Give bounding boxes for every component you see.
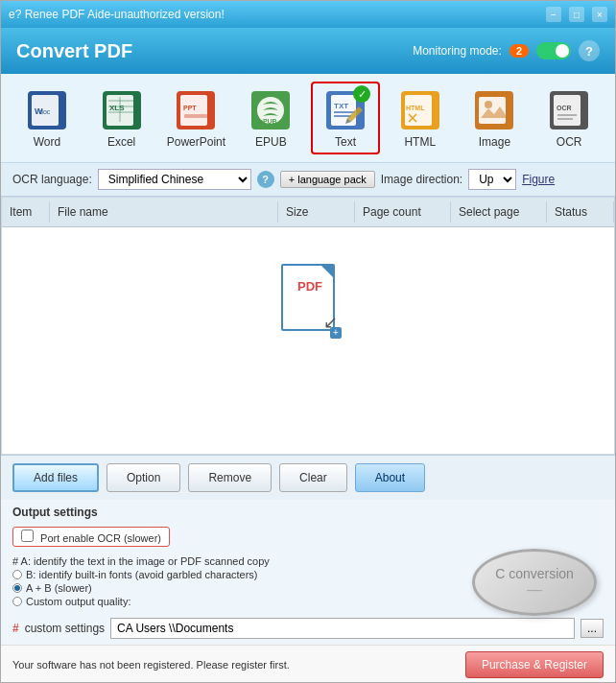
ocr-language-label: OCR language: <box>12 173 92 186</box>
toolbar: W doc Word XLS Excel <box>1 74 615 163</box>
svg-text:doc: doc <box>39 108 51 115</box>
ocr-slower-checkbox[interactable]: Port enable OCR (slower) <box>12 527 170 547</box>
custom-hash-symbol: # <box>12 622 19 635</box>
figure-link[interactable]: Figure <box>522 173 555 186</box>
toolbar-word[interactable]: W doc Word <box>12 82 82 154</box>
ocr-icon: OCR <box>546 87 592 133</box>
titlebar-controls: − □ × <box>546 7 607 22</box>
titlebar: e? Renee PDF Aide-unauthorized version! … <box>1 1 615 28</box>
excel-icon: XLS <box>99 87 145 133</box>
pdf-placeholder-icon: PDF ↙ + <box>274 264 342 341</box>
custom-browse-button[interactable]: ... <box>580 619 604 638</box>
ocr-option-custom-label: Custom output quality: <box>26 596 130 607</box>
col-status: Status <box>547 201 614 223</box>
text-icon: TXT ✓ <box>322 87 368 133</box>
convert-label: C conversion <box>495 566 574 581</box>
monitoring-label: Monitoring mode: <box>413 44 502 58</box>
main-content: W doc Word XLS Excel <box>1 74 615 683</box>
ocr-language-bar: OCR language: Simplified Chinese English… <box>1 163 615 197</box>
language-pack-button[interactable]: + language pack <box>280 171 375 188</box>
toolbar-text[interactable]: TXT ✓ Text <box>311 82 380 154</box>
ocr-label: OCR <box>557 135 582 149</box>
epub-icon: ePUB <box>248 87 294 133</box>
monitoring-badge: 2 <box>509 44 529 58</box>
toolbar-image[interactable]: Image <box>461 82 530 154</box>
radio-ab <box>12 583 22 593</box>
image-label: Image <box>479 135 510 149</box>
about-button[interactable]: About <box>355 463 425 492</box>
output-settings-title: Output settings <box>12 506 604 519</box>
svg-text:ePUB: ePUB <box>259 118 277 125</box>
word-label: Word <box>34 135 60 149</box>
monitoring-toggle[interactable] <box>536 42 571 59</box>
powerpoint-label: PowerPoint <box>167 135 225 149</box>
svg-rect-33 <box>557 118 573 120</box>
excel-label: Excel <box>107 135 135 149</box>
monitoring-row: Monitoring mode: 2 ? <box>413 40 600 61</box>
svg-rect-14 <box>184 114 207 118</box>
table-header: Item File name Size Page count Select pa… <box>2 198 614 227</box>
app-title: Convert PDF <box>16 40 132 62</box>
remove-button[interactable]: Remove <box>188 463 272 492</box>
radio-b <box>12 570 22 579</box>
option-button[interactable]: Option <box>107 463 180 492</box>
close-button[interactable]: × <box>592 7 607 22</box>
convert-button[interactable]: C conversion — <box>472 549 597 616</box>
clear-button[interactable]: Clear <box>279 463 347 492</box>
col-item: Item <box>2 201 50 223</box>
col-filename: File name <box>50 201 278 223</box>
header: Convert PDF Monitoring mode: 2 ? <box>1 28 615 74</box>
svg-text:TXT: TXT <box>334 102 348 110</box>
ocr-slower-input[interactable] <box>21 530 34 542</box>
text-label: Text <box>335 135 356 149</box>
image-icon <box>471 87 517 133</box>
custom-label: custom settings <box>25 622 105 635</box>
footer-message: Your software has not been registered. P… <box>12 659 290 671</box>
maximize-button[interactable]: □ <box>569 7 584 22</box>
image-direction-label: Image direction: <box>381 173 462 186</box>
ocr-help-button[interactable]: ? <box>257 171 274 188</box>
drop-area: PDF ↙ + <box>274 264 342 341</box>
toolbar-powerpoint[interactable]: PPT PowerPoint <box>161 82 230 154</box>
action-buttons-row: Add files Option Remove Clear About <box>1 455 615 500</box>
help-button[interactable]: ? <box>579 40 600 61</box>
svg-text:HTML: HTML <box>406 105 425 111</box>
svg-text:XLS: XLS <box>109 104 125 112</box>
toolbar-html[interactable]: HTML HTML <box>386 82 455 154</box>
svg-text:OCR: OCR <box>557 105 572 111</box>
radio-custom <box>12 597 22 606</box>
titlebar-title: e? Renee PDF Aide-unauthorized version! <box>9 8 225 21</box>
file-table: Item File name Size Page count Select pa… <box>1 197 615 455</box>
custom-path-input[interactable] <box>110 618 575 639</box>
powerpoint-icon: PPT <box>173 87 219 133</box>
table-body: PDF ↙ + <box>2 227 614 376</box>
toolbar-ocr[interactable]: OCR OCR <box>534 82 604 154</box>
ocr-option-ab-label: A + B (slower) <box>26 582 92 594</box>
convert-dash: — <box>527 581 542 599</box>
toolbar-excel[interactable]: XLS Excel <box>87 82 156 154</box>
col-selectpage: Select page <box>451 201 547 223</box>
active-checkmark: ✓ <box>353 85 370 103</box>
svg-rect-19 <box>331 95 356 126</box>
html-icon: HTML <box>397 87 443 133</box>
word-icon: W doc <box>24 87 70 133</box>
convert-area: C conversion — <box>472 549 597 616</box>
ocr-option-b-label: B: identify built-in fonts (avoid garble… <box>26 569 258 580</box>
minimize-button[interactable]: − <box>546 7 561 22</box>
ocr-slower-label: Port enable OCR (slower) <box>40 532 161 544</box>
add-files-button[interactable]: Add files <box>12 463 99 492</box>
ocr-option-a-label: # A: identify the text in the image or P… <box>12 555 270 567</box>
svg-rect-32 <box>557 114 577 116</box>
svg-point-28 <box>485 101 492 108</box>
col-size: Size <box>278 201 355 223</box>
register-button[interactable]: Purchase & Register <box>465 651 604 678</box>
epub-label: EPUB <box>255 135 287 149</box>
custom-settings-row: # custom settings ... <box>1 612 615 645</box>
toolbar-epub[interactable]: ePUB EPUB <box>236 82 305 154</box>
col-pagecount: Page count <box>355 201 451 223</box>
footer: Your software has not been registered. P… <box>1 645 615 683</box>
image-direction-select[interactable]: UpDown <box>468 169 516 190</box>
ocr-language-select[interactable]: Simplified Chinese English Japanese <box>98 169 251 190</box>
svg-text:PPT: PPT <box>183 105 197 111</box>
html-label: HTML <box>404 135 436 149</box>
